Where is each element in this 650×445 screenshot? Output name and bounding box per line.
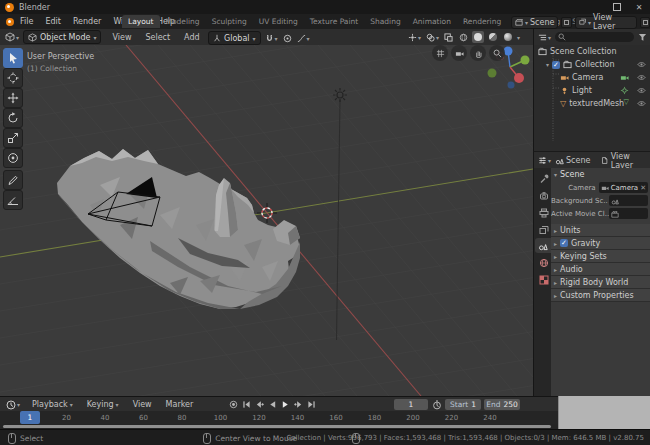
editor-type-button[interactable]: ▾ [4, 31, 20, 43]
new-scene-button[interactable] [561, 17, 571, 28]
breadcrumb-view-layer[interactable]: View Layer [601, 152, 650, 170]
tab-world[interactable] [536, 255, 551, 270]
outliner-row-mesh[interactable]: ▽ texturedMesh ▽ [534, 97, 650, 110]
snap-toggle[interactable]: ▾ [264, 33, 279, 44]
properties-panel-header[interactable]: ▸ ✓ Keying Sets [551, 250, 650, 263]
outliner-search-input[interactable] [555, 32, 634, 42]
timeline-ruler[interactable]: 20406080100120140160180200220240 1 [0, 411, 558, 424]
active-movie-clip-field[interactable] [609, 208, 648, 219]
playhead[interactable]: 1 [20, 411, 40, 424]
scene-panel-header[interactable]: ▾ Scene [551, 168, 650, 181]
workspace-tab[interactable]: Layout [122, 15, 160, 28]
new-view-layer-button[interactable] [640, 17, 650, 28]
workspace-tab[interactable]: Animation [407, 15, 457, 28]
timeline-menu[interactable]: Keying ▾ [80, 400, 126, 409]
tool-measure-button[interactable] [3, 190, 23, 210]
timeline-menu[interactable]: Playback ▾ [25, 400, 80, 409]
prev-keyframe-button[interactable] [254, 399, 265, 410]
shading-solid-button[interactable] [472, 31, 484, 43]
tool-annotate-button[interactable] [3, 170, 23, 190]
timeline-menu[interactable]: View ▾ [126, 400, 159, 409]
maximize-button[interactable] [606, 0, 628, 14]
nav-ortho-grid-button[interactable] [432, 45, 448, 61]
properties-panel-header[interactable]: ▸ ✓ Gravity [551, 237, 650, 250]
jump-to-start-button[interactable] [241, 399, 252, 410]
topbar-menu[interactable]: Render [67, 17, 107, 26]
breadcrumb-scene[interactable]: Scene [555, 156, 590, 165]
tool-move-button[interactable] [3, 88, 23, 108]
tab-scene[interactable] [535, 238, 551, 253]
tab-tool[interactable] [536, 171, 551, 186]
viewport-menu[interactable]: Select [138, 33, 177, 42]
tab-texture[interactable] [536, 272, 551, 287]
properties-panel-header[interactable]: ▸ ✓ Custom Properties [551, 289, 650, 302]
outliner-row-collection[interactable]: ▾ ✓ Collection [534, 58, 650, 71]
play-reverse-button[interactable] [267, 399, 278, 410]
workspace-tab[interactable]: Sculpting [206, 15, 253, 28]
workspace-tab[interactable]: UV Editing [253, 15, 304, 28]
gizmos-dropdown[interactable]: ▾ [407, 32, 422, 43]
workspace-tab[interactable]: Shading [364, 15, 406, 28]
record-button[interactable] [228, 399, 239, 410]
outliner-display-mode[interactable]: ▾ [537, 32, 552, 43]
scrollbar-thumb[interactable] [3, 425, 551, 428]
shading-material-button[interactable] [487, 31, 499, 43]
next-keyframe-button[interactable] [293, 399, 304, 410]
camera-field[interactable]: Camera ✕ [599, 182, 648, 193]
timeline-editor-type[interactable]: ▾ [5, 399, 21, 411]
outliner-row-camera[interactable]: Camera [534, 71, 650, 84]
viewport-menu[interactable]: View [105, 33, 138, 42]
view-layer-selector[interactable]: ▾ View Layer [575, 16, 637, 29]
start-frame-field[interactable]: Start 1 [445, 399, 481, 410]
tool-scale-button[interactable] [3, 128, 23, 148]
visibility-eye-icon[interactable] [637, 73, 646, 82]
shading-dropdown-icon[interactable]: ▾ [517, 34, 520, 41]
background-scene-field[interactable] [609, 195, 648, 206]
clear-icon[interactable]: ✕ [640, 184, 646, 192]
outliner-row-light[interactable]: Light [534, 84, 650, 97]
close-button[interactable]: ✕ [628, 0, 650, 14]
properties-panel-header[interactable]: ▸ ✓ Units [551, 224, 650, 237]
tab-render[interactable] [536, 188, 551, 203]
xray-toggle[interactable] [443, 32, 454, 43]
shading-wireframe-button[interactable] [457, 31, 469, 43]
current-frame-field[interactable]: 1 [394, 399, 428, 410]
jump-to-end-button[interactable] [306, 399, 317, 410]
outliner-filter-button[interactable] [637, 32, 648, 43]
play-button[interactable] [280, 399, 291, 410]
nav-camera-view-button[interactable] [451, 45, 467, 61]
tool-rotate-button[interactable] [3, 108, 23, 128]
nav-zoom-button[interactable] [489, 45, 505, 61]
tool-transform-button[interactable] [3, 148, 23, 168]
visibility-eye-icon[interactable] [637, 99, 646, 108]
orientation-dropdown[interactable]: Global ▾ [208, 31, 261, 45]
tool-cursor-button[interactable] [3, 68, 23, 88]
viewport-3d[interactable]: User Perspective (1) Collection [0, 45, 533, 396]
expand-icon[interactable]: ▾ [546, 61, 549, 68]
visibility-eye-icon[interactable] [637, 60, 646, 69]
nav-pan-button[interactable] [470, 45, 486, 61]
topbar-menu[interactable]: File [14, 17, 39, 26]
end-frame-field[interactable]: End 250 [484, 399, 520, 410]
overlays-dropdown[interactable]: ▾ [425, 32, 440, 43]
gizmo-y-axis[interactable] [521, 56, 530, 65]
mesh-data-icon[interactable]: ▽ [624, 99, 629, 106]
light-data-icon[interactable] [620, 86, 629, 95]
timeline-menu[interactable]: Marker ▾ [159, 400, 201, 409]
properties-panel-header[interactable]: ▸ ✓ Rigid Body World [551, 276, 650, 289]
gizmo-x-axis[interactable] [514, 73, 524, 83]
blender-menu-icon[interactable] [6, 18, 14, 26]
topbar-menu[interactable]: Edit [39, 17, 67, 26]
tab-view-layer[interactable] [536, 222, 551, 237]
outliner-row-scene-collection[interactable]: Scene Collection [534, 45, 650, 58]
viewport-menu[interactable]: Add [177, 33, 207, 42]
gravity-checkbox[interactable]: ✓ [560, 239, 568, 247]
workspace-tab[interactable]: Rendering [457, 15, 507, 28]
tab-output[interactable] [536, 205, 551, 220]
gizmo-z-neg[interactable] [508, 82, 515, 89]
properties-editor-type[interactable]: ▾ [537, 155, 552, 166]
falloff-dropdown[interactable]: ▾ [296, 33, 311, 44]
workspace-tab[interactable]: Texture Paint [304, 15, 364, 28]
tool-select-button[interactable] [3, 48, 23, 68]
proportional-edit-toggle[interactable] [282, 33, 293, 44]
